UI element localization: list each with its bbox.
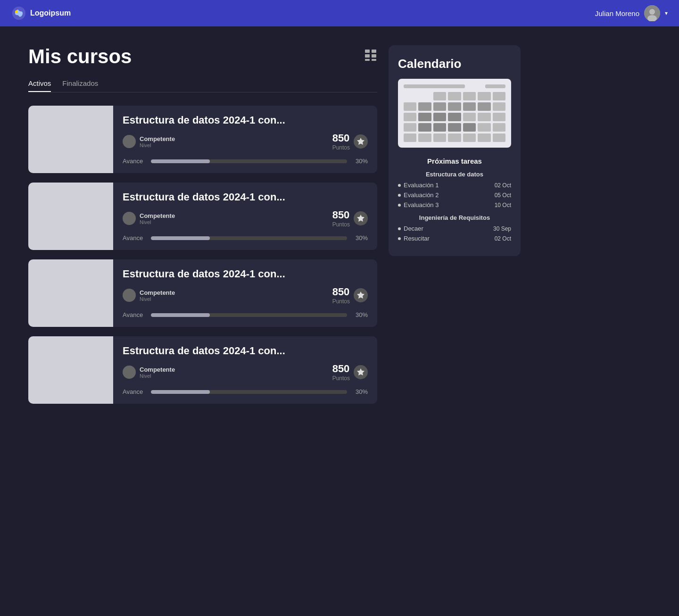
task-name: Decaer [404,225,423,232]
calendar-cell [418,133,431,142]
svg-rect-10 [372,59,376,61]
level-label: Nivel [140,142,175,148]
task-bullet [398,184,401,187]
level-name: Competente [140,135,175,142]
level-avatar [123,366,136,379]
task-bullet [398,227,401,230]
calendar-cell [418,92,431,100]
progress-label: Avance [123,234,145,241]
course-content: Estructura de datos 2024-1 con... Compet… [113,183,377,250]
calendar-cell [493,123,505,132]
calendar-cell [404,92,416,100]
level-name: Competente [140,366,175,373]
calendar-cell [404,102,416,111]
calendar-cell [404,123,416,132]
course-level: Competente Nivel [123,212,175,225]
progress-label: Avance [123,388,145,395]
course-tabs: Activos Finalizados [28,79,377,92]
calendar-cell [463,113,476,121]
calendar-cell [478,92,490,100]
calendar-cell [448,102,461,111]
logo[interactable]: Logoipsum [11,6,71,21]
points-label: Puntos [332,221,350,228]
level-name: Competente [140,212,175,219]
calendar-cell [463,102,476,111]
calendar-cell [463,133,476,142]
calendar-cell [493,133,505,142]
level-label: Nivel [140,219,175,225]
course-card[interactable]: Estructura de datos 2024-1 con... Compet… [28,259,377,327]
task-bullet [398,237,401,240]
level-avatar [123,135,136,148]
grid-view-icon[interactable] [364,49,377,65]
calendar-visual [398,79,511,148]
task-name-row: Decaer [398,225,423,232]
course-meta: Competente Nivel 850 Puntos [123,132,368,151]
calendar-cell [404,133,416,142]
course-card[interactable]: Estructura de datos 2024-1 con... Compet… [28,106,377,173]
task-item: Evaluación 1 02 Oct [398,182,511,189]
progress-bar-bg [151,313,347,317]
course-card[interactable]: Estructura de datos 2024-1 con... Compet… [28,183,377,250]
course-thumbnail [28,183,113,250]
task-item: Decaer 30 Sep [398,225,511,232]
level-info: Competente Nivel [140,366,175,379]
username-label: Julian Moreno [595,9,639,17]
logo-icon [11,6,26,21]
calendar-cell [433,133,446,142]
progress-bar-bg [151,236,347,240]
task-bullet [398,204,401,207]
level-info: Competente Nivel [140,212,175,225]
progress-bar-bg [151,390,347,394]
tasks-container: Estructura de datos Evaluación 1 02 Oct … [398,171,511,242]
tab-finalizados[interactable]: Finalizados [62,79,98,92]
task-name-row: Evaluación 3 [398,201,439,208]
course-card[interactable]: Estructura de datos 2024-1 con... Compet… [28,336,377,404]
calendar-cell [418,123,431,132]
level-info: Competente Nivel [140,135,175,148]
calendar-cell [433,113,446,121]
calendar-cell [493,92,505,100]
level-avatar [123,289,136,302]
svg-rect-6 [372,50,376,53]
course-points: 850 Puntos [332,286,368,305]
svg-point-3 [649,9,655,15]
user-menu[interactable]: Julian Moreno ▾ [595,5,668,21]
task-date: 02 Oct [495,235,511,242]
course-points: 850 Puntos [332,209,368,228]
calendar-cell [418,113,431,121]
progress-pct: 30% [353,234,368,241]
course-content: Estructura de datos 2024-1 con... Compet… [113,336,377,404]
avatar[interactable] [644,5,660,21]
calendar-cell [448,92,461,100]
task-name: Evaluación 1 [404,182,439,189]
course-content: Estructura de datos 2024-1 con... Compet… [113,106,377,173]
app-header: Logoipsum Julian Moreno ▾ [0,0,679,26]
calendar-section: Calendario Próximas tareas Estructura de… [389,45,521,413]
svg-rect-5 [365,50,370,53]
points-value: 850 [332,363,350,375]
star-icon [354,211,368,225]
task-date: 30 Sep [493,225,511,232]
task-date: 10 Oct [495,202,511,208]
course-title: Estructura de datos 2024-1 con... [123,268,368,280]
calendar-cell [478,123,490,132]
tab-activos[interactable]: Activos [28,79,51,92]
course-title: Estructura de datos 2024-1 con... [123,191,368,203]
progress-bar-fill [151,313,210,317]
calendar-title: Calendario [398,57,511,71]
task-name-row: Evaluación 1 [398,182,439,189]
calendar-cell [433,102,446,111]
task-name: Evaluación 2 [404,191,439,199]
calendar-cell [448,123,461,132]
level-info: Competente Nivel [140,289,175,302]
courses-list: Estructura de datos 2024-1 con... Compet… [28,106,377,404]
chevron-down-icon[interactable]: ▾ [665,10,668,17]
calendar-cell [404,113,416,121]
points-value: 850 [332,286,350,298]
course-thumbnail [28,336,113,404]
calendar-cell [418,102,431,111]
course-meta: Competente Nivel 850 Puntos [123,363,368,382]
course-content: Estructura de datos 2024-1 con... Compet… [113,259,377,327]
calendar-cell [448,113,461,121]
